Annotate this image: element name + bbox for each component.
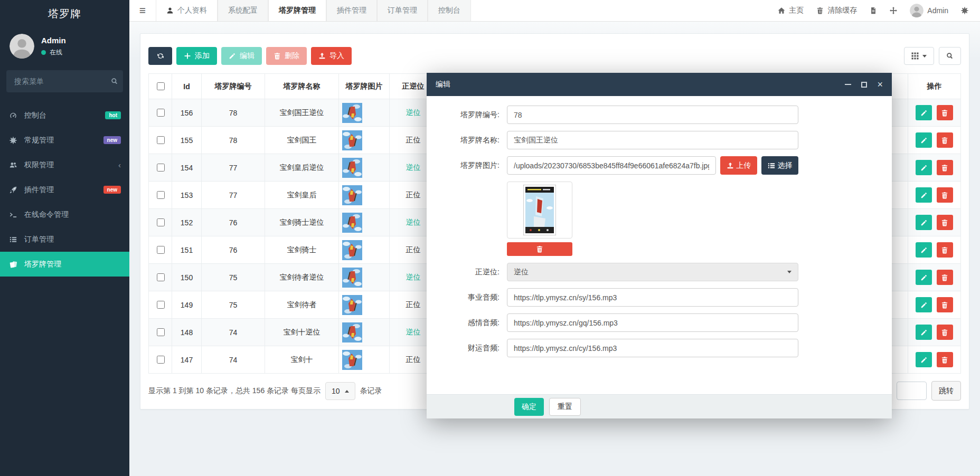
language-button[interactable]: [870, 7, 877, 14]
row-edit-button[interactable]: [916, 242, 932, 258]
row-checkbox[interactable]: [157, 328, 165, 336]
tarot-thumbnail[interactable]: [342, 240, 386, 260]
career-audio-input[interactable]: [507, 288, 798, 307]
tab-4[interactable]: 订单管理: [377, 0, 428, 21]
sidebar-item-terminal[interactable]: 在线命令管理: [0, 202, 129, 227]
row-edit-button[interactable]: [916, 105, 932, 120]
search-toggle-button[interactable]: [939, 47, 961, 65]
row-edit-button[interactable]: [916, 297, 932, 312]
page-size-select[interactable]: 10: [325, 382, 355, 400]
row-delete-button[interactable]: [937, 297, 953, 312]
cell-position[interactable]: 逆位: [406, 273, 421, 281]
minimize-button[interactable]: [845, 84, 851, 85]
cell-position[interactable]: 逆位: [406, 108, 421, 117]
tab-3[interactable]: 插件管理: [326, 0, 377, 21]
row-delete-button[interactable]: [937, 160, 953, 175]
sidebar-item-tarot[interactable]: 塔罗牌管理: [0, 252, 129, 277]
close-button[interactable]: ×: [877, 80, 883, 89]
cell-position[interactable]: 正位: [406, 300, 421, 309]
tab-5[interactable]: 控制台: [428, 0, 471, 21]
page-jump-input[interactable]: [897, 382, 927, 400]
sidebar-item-list[interactable]: 订单管理: [0, 227, 129, 252]
tarot-thumbnail[interactable]: [342, 185, 386, 205]
page-jump-button[interactable]: 跳转: [931, 381, 961, 401]
position-select[interactable]: 逆位: [507, 263, 798, 281]
row-delete-button[interactable]: [937, 132, 953, 148]
row-checkbox[interactable]: [157, 246, 165, 254]
badge: hot: [105, 111, 121, 119]
cell-position[interactable]: 正位: [406, 355, 421, 364]
row-edit-button[interactable]: [916, 270, 932, 285]
maximize-button[interactable]: [861, 82, 867, 88]
row-checkbox[interactable]: [157, 301, 165, 309]
cell-position[interactable]: 正位: [406, 245, 421, 254]
home-link[interactable]: 主页: [778, 6, 804, 15]
select-all-checkbox[interactable]: [157, 82, 165, 90]
row-edit-button[interactable]: [916, 215, 932, 230]
row-checkbox[interactable]: [157, 109, 165, 117]
row-delete-button[interactable]: [937, 242, 953, 258]
settings-button[interactable]: [961, 7, 968, 14]
dialog-header[interactable]: 编辑 ×: [427, 73, 892, 96]
sidebar-item-rocket[interactable]: 插件管理 new: [0, 177, 129, 202]
ok-button[interactable]: 确定: [514, 398, 544, 416]
menu-toggle-button[interactable]: ≡: [129, 0, 156, 21]
image-preview[interactable]: [507, 182, 572, 239]
choose-button[interactable]: 选择: [761, 156, 798, 175]
sidebar-item-dashboard[interactable]: 控制台 hot: [0, 103, 129, 128]
code-input[interactable]: [507, 106, 798, 124]
import-button[interactable]: 导入: [311, 47, 352, 65]
clear-cache-link[interactable]: 清除缓存: [816, 6, 857, 15]
cell-position[interactable]: 正位: [406, 191, 421, 199]
refresh-button[interactable]: [148, 47, 172, 65]
tab-2[interactable]: 塔罗牌管理: [268, 0, 326, 21]
delete-button[interactable]: 删除: [266, 47, 307, 65]
wealth-audio-input[interactable]: [507, 339, 798, 357]
sidebar-item-gears[interactable]: 常规管理 new: [0, 128, 129, 153]
admin-menu[interactable]: Admin: [910, 4, 948, 17]
row-edit-button[interactable]: [916, 187, 932, 203]
cell-position[interactable]: 逆位: [406, 163, 421, 172]
row-edit-button[interactable]: [916, 352, 932, 367]
row-delete-button[interactable]: [937, 270, 953, 285]
row-delete-button[interactable]: [937, 352, 953, 367]
reset-button[interactable]: 重置: [549, 398, 581, 416]
add-button[interactable]: 添加: [176, 47, 217, 65]
row-checkbox[interactable]: [157, 218, 165, 226]
row-checkbox[interactable]: [157, 191, 165, 199]
tab-0[interactable]: 个人资料: [156, 0, 218, 21]
row-delete-button[interactable]: [937, 325, 953, 340]
row-checkbox[interactable]: [157, 356, 165, 364]
sidebar-item-users[interactable]: 权限管理 ‹: [0, 153, 129, 177]
row-edit-button[interactable]: [916, 160, 932, 175]
tarot-thumbnail[interactable]: [342, 350, 386, 370]
row-delete-button[interactable]: [937, 105, 953, 120]
row-delete-button[interactable]: [937, 187, 953, 203]
row-edit-button[interactable]: [916, 325, 932, 340]
sidebar-search-input[interactable]: [13, 77, 111, 86]
tarot-thumbnail[interactable]: [342, 268, 386, 288]
cell-position[interactable]: 正位: [406, 136, 421, 144]
cell-position[interactable]: 逆位: [406, 328, 421, 336]
columns-dropdown-button[interactable]: [904, 47, 934, 65]
love-audio-input[interactable]: [507, 313, 798, 332]
image-path-input[interactable]: [507, 156, 716, 175]
tarot-thumbnail[interactable]: [342, 130, 386, 150]
tarot-thumbnail[interactable]: [342, 295, 386, 315]
tab-1[interactable]: 系统配置: [218, 0, 268, 21]
fullscreen-button[interactable]: [890, 7, 897, 14]
tarot-thumbnail[interactable]: [342, 158, 386, 178]
name-input[interactable]: [507, 131, 798, 149]
tarot-thumbnail[interactable]: [342, 213, 386, 233]
row-checkbox[interactable]: [157, 164, 165, 172]
row-delete-button[interactable]: [937, 215, 953, 230]
cell-position[interactable]: 逆位: [406, 218, 421, 226]
tarot-thumbnail[interactable]: [342, 103, 386, 123]
remove-image-button[interactable]: [507, 242, 572, 256]
tarot-thumbnail[interactable]: [342, 322, 386, 342]
edit-button[interactable]: 编辑: [221, 47, 262, 65]
row-checkbox[interactable]: [157, 273, 165, 281]
row-edit-button[interactable]: [916, 132, 932, 148]
upload-button[interactable]: 上传: [720, 156, 757, 175]
row-checkbox[interactable]: [157, 136, 165, 144]
